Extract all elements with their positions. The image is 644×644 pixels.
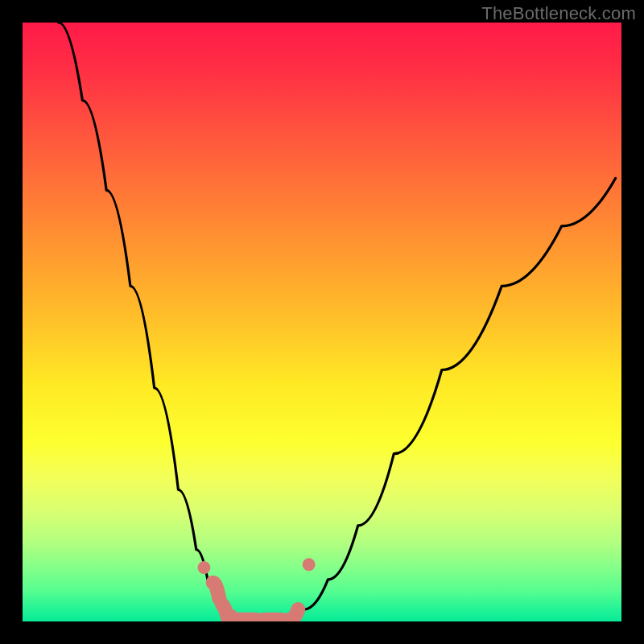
curves-layer [23, 23, 621, 621]
bead-left-upper [197, 561, 210, 574]
bead-segment [213, 583, 299, 620]
chart-frame: TheBottleneck.com [0, 0, 644, 644]
watermark-label: TheBottleneck.com [481, 3, 636, 24]
plot-area [23, 23, 621, 621]
bead-right-upper [303, 558, 316, 571]
bottleneck-curve [59, 23, 616, 621]
